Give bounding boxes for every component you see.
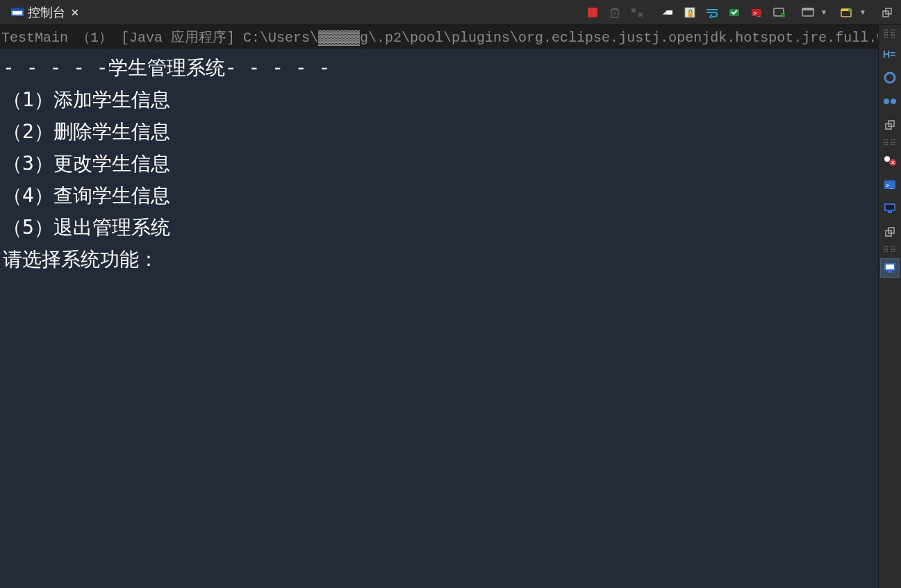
new-console-button[interactable]: [837, 3, 857, 22]
close-tab-icon[interactable]: ✕: [69, 7, 81, 18]
svg-text:>_: >_: [886, 182, 893, 189]
tab-bar: 控制台 ✕ ✕: [0, 0, 901, 25]
drag-handle-icon[interactable]: ⠿⠿: [880, 246, 900, 254]
svg-rect-31: [888, 211, 892, 213]
console-selector-dropdown[interactable]: ▼: [820, 8, 827, 16]
svg-rect-35: [886, 264, 894, 269]
display-console-button[interactable]: >_: [747, 3, 766, 22]
expressions-view-button[interactable]: [880, 68, 900, 87]
console-tab-icon: [11, 8, 24, 17]
problems-view-button[interactable]: ✕: [880, 151, 900, 171]
svg-rect-13: [802, 8, 813, 10]
new-console-dropdown[interactable]: ▼: [859, 8, 866, 16]
svg-rect-11: [781, 13, 785, 17]
console-line: - - - - -学生管理系统- - - - -: [3, 52, 875, 84]
svg-rect-36: [888, 271, 892, 273]
console-line: （1）添加学生信息: [3, 84, 875, 116]
console-view-button[interactable]: [880, 258, 900, 278]
console-toolbar: ✕: [583, 3, 901, 22]
console-line: （5）退出管理系统: [3, 212, 875, 244]
drag-handle-icon[interactable]: ⠿⠿⠿⠿: [880, 29, 900, 40]
svg-point-19: [885, 73, 895, 83]
svg-text:✕: ✕: [612, 10, 618, 17]
minimize-view-button[interactable]: [877, 3, 897, 22]
svg-text:✕: ✕: [891, 160, 895, 166]
console-tab-label: 控制台: [28, 4, 65, 21]
svg-rect-30: [886, 205, 894, 210]
open-console-button[interactable]: [769, 3, 788, 22]
drag-handle-icon[interactable]: ⠿⠿: [880, 139, 900, 147]
svg-rect-1: [11, 8, 24, 10]
restore-button-2[interactable]: [880, 222, 900, 242]
console-output[interactable]: - - - - -学生管理系统- - - - - （1）添加学生信息 （2）删除…: [0, 49, 878, 588]
pin-console-button[interactable]: [725, 3, 744, 22]
restore-button-1[interactable]: [880, 115, 900, 135]
svg-point-20: [884, 99, 889, 104]
console-selector-button[interactable]: [798, 3, 818, 22]
console-alt-view-button[interactable]: >_: [880, 175, 900, 194]
word-wrap-button[interactable]: [702, 3, 722, 22]
console-view: TestMain （1） [Java 应用程序] C:\Users\▓▓▓▓▓g…: [0, 25, 878, 588]
console-line: （3）更改学生信息: [3, 148, 875, 180]
console-line: （2）删除学生信息: [3, 116, 875, 148]
breakpoints-view-button[interactable]: H=: [880, 44, 900, 64]
console-line: （4）查询学生信息: [3, 180, 875, 212]
console-tab[interactable]: 控制台 ✕: [6, 3, 86, 22]
scroll-lock-button[interactable]: [680, 3, 700, 22]
variables-view-button[interactable]: [880, 92, 900, 111]
clear-console-button[interactable]: [658, 3, 677, 22]
svg-rect-2: [13, 11, 22, 15]
svg-rect-3: [588, 8, 597, 17]
terminate-button[interactable]: [583, 3, 602, 22]
remove-launch-button[interactable]: ✕: [605, 3, 625, 22]
svg-point-24: [884, 156, 890, 162]
svg-rect-6: [688, 12, 693, 17]
remove-all-button[interactable]: [627, 3, 647, 22]
svg-point-21: [891, 99, 896, 104]
svg-text:>_: >_: [753, 10, 761, 17]
monitor-view-button[interactable]: [880, 199, 900, 218]
perspective-sidebar: ⠿⠿⠿⠿ H= ⠿⠿: [878, 25, 901, 588]
svg-text:H=: H=: [883, 49, 895, 60]
process-info-line: TestMain （1） [Java 应用程序] C:\Users\▓▓▓▓▓g…: [0, 25, 878, 49]
console-line: 请选择系统功能：: [3, 244, 875, 276]
